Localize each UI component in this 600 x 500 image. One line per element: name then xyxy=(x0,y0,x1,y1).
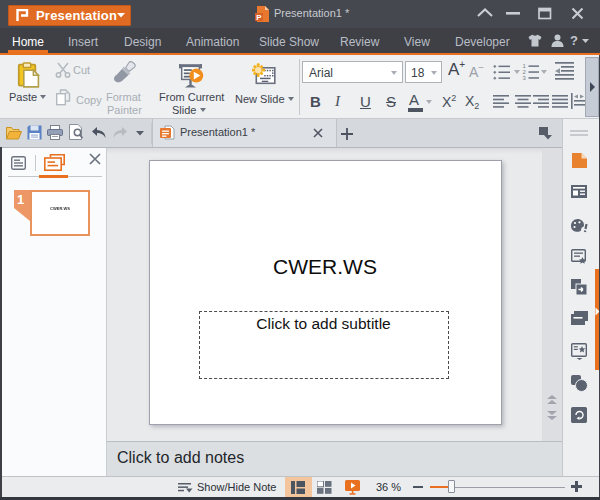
svg-text:P: P xyxy=(256,13,262,22)
svg-text:3: 3 xyxy=(523,75,527,80)
